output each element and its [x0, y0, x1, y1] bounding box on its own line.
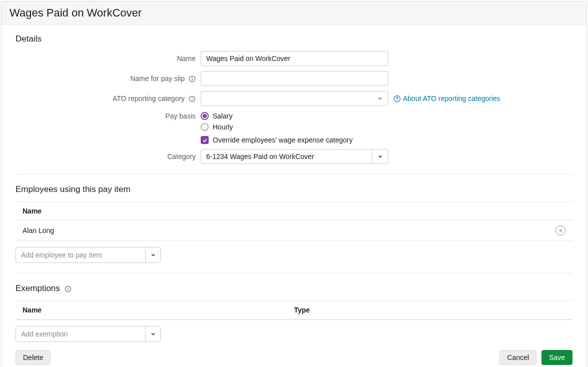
- exemptions-table: Name Type: [16, 300, 572, 320]
- details-section: Details Name Name for pay slip: [16, 34, 572, 164]
- svg-point-2: [192, 78, 192, 78]
- chevron-down-icon: [372, 150, 388, 164]
- save-button[interactable]: Save: [541, 350, 572, 365]
- add-exemption-combo[interactable]: Add exemption: [16, 326, 161, 342]
- svg-point-7: [397, 100, 397, 100]
- exemptions-section: Exemptions Name Type Add exemption: [16, 284, 572, 342]
- override-checkbox[interactable]: Override employees' wage expense categor…: [201, 136, 353, 144]
- payslip-name-input[interactable]: [201, 71, 388, 86]
- question-icon: [393, 95, 401, 102]
- footer: Delete Cancel Save: [2, 345, 586, 367]
- exemptions-type-header: Type: [294, 306, 566, 314]
- exemptions-title: Exemptions: [16, 284, 572, 294]
- employees-table: Name Alan Long: [16, 202, 572, 241]
- employees-name-header: Name: [23, 207, 565, 215]
- info-icon[interactable]: [65, 286, 72, 292]
- pay-basis-hourly[interactable]: Hourly: [201, 123, 353, 131]
- pay-basis-salary[interactable]: Salary: [201, 112, 353, 120]
- category-label: Category: [16, 149, 201, 164]
- name-input[interactable]: [201, 51, 388, 66]
- chevron-down-icon: [145, 248, 160, 262]
- page-header: Wages Paid on WorkCover: [2, 2, 586, 25]
- table-row: Alan Long: [16, 220, 572, 240]
- svg-point-12: [68, 287, 68, 288]
- checkbox-icon: [201, 136, 209, 144]
- ato-label: ATO reporting category: [16, 91, 201, 106]
- employee-name: Alan Long: [23, 226, 555, 234]
- category-select[interactable]: 6-1234 Wages Paid on WorkCover: [201, 149, 388, 164]
- page-title: Wages Paid on WorkCover: [10, 6, 578, 20]
- delete-button[interactable]: Delete: [16, 350, 51, 365]
- exemptions-name-header: Name: [23, 306, 294, 314]
- radio-icon: [201, 112, 209, 120]
- ato-help-link[interactable]: About ATO reporting categories: [393, 94, 500, 102]
- add-employee-combo[interactable]: Add employee to pay item: [16, 247, 161, 263]
- chevron-down-icon: [369, 96, 383, 102]
- payslip-name-label: Name for pay slip: [16, 71, 201, 86]
- employees-title: Employees using this pay item: [16, 184, 572, 194]
- cancel-button[interactable]: Cancel: [499, 350, 536, 365]
- ato-select[interactable]: [201, 91, 388, 106]
- details-title: Details: [16, 34, 572, 44]
- radio-icon: [201, 123, 209, 131]
- remove-icon[interactable]: [555, 226, 565, 236]
- chevron-down-icon: [145, 326, 160, 342]
- svg-point-5: [192, 98, 192, 98]
- employees-section: Employees using this pay item Name Alan …: [16, 184, 572, 263]
- name-label: Name: [16, 51, 201, 66]
- pay-basis-label: Pay basis: [16, 111, 201, 121]
- info-icon[interactable]: [189, 76, 196, 82]
- info-icon[interactable]: [189, 96, 196, 102]
